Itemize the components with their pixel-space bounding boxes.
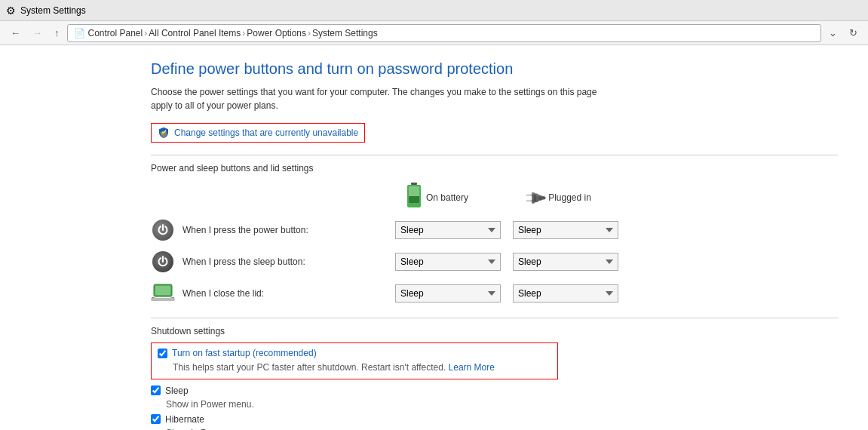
plugged-label: Plugged in [548,192,591,203]
settings-table: On battery 🔌 Plugged in When I press the… [151,183,618,306]
page-title: Define power buttons and turn on passwor… [151,60,838,78]
plug-icon: 🔌 [521,184,547,210]
title-bar: ⚙ System Settings [0,0,868,21]
lid-battery-dropdown[interactable]: Sleep Do nothing Hibernate Shut down [395,284,501,303]
lid-dropdowns: Sleep Do nothing Hibernate Shut down Sle… [395,284,618,303]
power-button-row: When I press the power button: Sleep Do … [151,218,618,242]
refresh-button[interactable]: ↻ [845,25,862,41]
hibernate-checkbox[interactable] [151,414,161,424]
shutdown-section: Shutdown settings Turn on fast startup (… [151,318,838,430]
breadcrumb-all-items[interactable]: All Control Panel Items [149,28,241,38]
svg-rect-3 [409,196,419,203]
lid-icon [151,281,175,306]
sleep-button-label: When I press the sleep button: [182,256,388,267]
lid-plugged-dropdown[interactable]: Sleep Do nothing Hibernate Shut down [513,284,618,303]
back-button[interactable]: ← [6,25,25,41]
sleep-shutdown-description: Show in Power menu. [166,399,838,410]
power-button-battery-dropdown[interactable]: Sleep Do nothing Hibernate Shut down [395,221,501,239]
power-button-dropdowns: Sleep Do nothing Hibernate Shut down Sle… [395,221,618,239]
sleep-button-battery-dropdown[interactable]: Sleep Do nothing Hibernate Shut down [395,253,501,271]
change-settings-text: Change settings that are currently unava… [174,127,358,138]
battery-label: On battery [426,192,468,203]
sleep-shutdown-row: Sleep [151,385,838,396]
breadcrumb-power-options[interactable]: Power Options [247,28,306,38]
section-divider-1 [151,155,838,155]
shield-icon [158,127,170,139]
power-button-plugged-dropdown[interactable]: Sleep Do nothing Hibernate Shut down [513,221,618,239]
column-headers: On battery 🔌 Plugged in [151,183,618,212]
power-button-label: When I press the power button: [182,225,388,235]
svg-rect-0 [411,183,417,185]
window-icon: ⚙ [6,5,16,17]
breadcrumb-current: System Settings [312,28,378,38]
lid-label: When I close the lid: [182,288,388,299]
sleep-button-icon [151,250,175,274]
up-button[interactable]: ↑ [50,25,64,41]
main-content: Define power buttons and turn on passwor… [0,45,868,430]
fast-startup-text: Turn on fast startup (recommended) [172,348,317,358]
power-button-icon [151,218,175,242]
change-settings-link[interactable]: Change settings that are currently unava… [151,123,365,143]
fast-startup-description: This helps start your PC faster after sh… [173,361,551,374]
fast-startup-label: Turn on fast startup (recommended) [158,348,317,358]
hibernate-label: Hibernate [151,414,204,425]
sleep-shutdown-label: Sleep [151,385,189,396]
svg-rect-5 [155,286,170,295]
fast-startup-checkbox[interactable] [158,349,167,358]
battery-column-header: On battery [377,183,498,212]
learn-more-link[interactable]: Learn More [449,362,495,373]
sleep-shutdown-text: Sleep [165,385,189,396]
sleep-shutdown-checkbox[interactable] [151,385,161,395]
dropdown-button[interactable]: ⌄ [824,25,842,41]
sleep-shutdown-item: Sleep Show in Power menu. [151,385,838,410]
sleep-button-plugged-dropdown[interactable]: Sleep Do nothing Hibernate Shut down [513,253,618,271]
sleep-button-row: When I press the sleep button: Sleep Do … [151,250,618,274]
window-title: System Settings [20,5,86,16]
nav-bar: ← → ↑ 📄 Control Panel › All Control Pane… [0,21,868,45]
section-divider-2 [151,318,838,318]
shutdown-label: Shutdown settings [151,326,838,336]
fast-startup-box: Turn on fast startup (recommended) This … [151,342,558,379]
hibernate-text: Hibernate [165,414,204,425]
hibernate-row: Hibernate [151,414,838,425]
battery-icon [406,183,422,212]
page-description: Choose the power settings that you want … [151,85,603,112]
sleep-button-dropdowns: Sleep Do nothing Hibernate Shut down Sle… [395,253,618,271]
section1-label: Power and sleep buttons and lid settings [151,163,838,174]
fast-startup-row: Turn on fast startup (recommended) [158,348,551,358]
forward-button[interactable]: → [28,25,47,41]
plugged-column-header: 🔌 Plugged in [498,183,618,212]
breadcrumb-control-panel[interactable]: Control Panel [88,28,143,38]
hibernate-item: Hibernate Show in Power menu. [151,414,838,430]
address-bar: 📄 Control Panel › All Control Panel Item… [67,24,822,42]
lid-row: When I close the lid: Sleep Do nothing H… [151,281,618,306]
svg-rect-6 [151,298,175,301]
